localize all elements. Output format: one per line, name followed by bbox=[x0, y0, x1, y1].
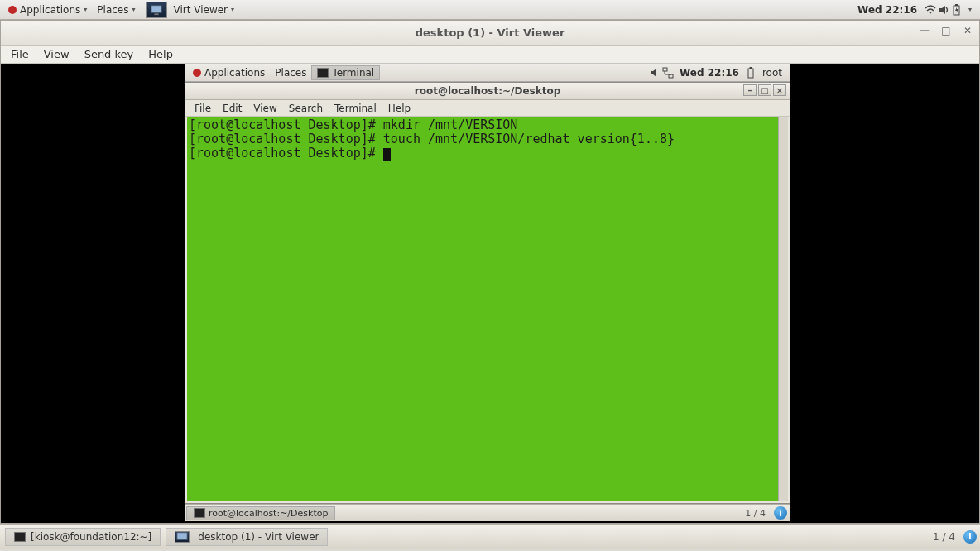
chevron-down-icon: ▾ bbox=[231, 6, 234, 13]
host-taskbar-label-2: desktop (1) - Virt Viewer bbox=[198, 531, 319, 543]
terminal-text-area[interactable]: [root@localhost Desktop]# mkdir /mnt/VER… bbox=[187, 117, 778, 501]
svg-rect-3 bbox=[955, 4, 958, 6]
battery-icon[interactable] bbox=[950, 3, 963, 17]
host-bottom-panel: [kiosk@foundation12:~] desktop (1) - Vir… bbox=[0, 524, 980, 549]
menu-view[interactable]: View bbox=[37, 46, 76, 62]
terminal-menu-file[interactable]: File bbox=[189, 101, 217, 116]
svg-rect-1 bbox=[154, 13, 158, 15]
guest-active-app-label: Terminal bbox=[332, 67, 374, 79]
terminal-window-controls: – □ × bbox=[743, 84, 786, 96]
host-taskbar-item-2[interactable]: desktop (1) - Virt Viewer bbox=[166, 528, 328, 546]
volume-icon[interactable] bbox=[937, 3, 950, 17]
host-workspace-pager[interactable]: 1 / 4 bbox=[928, 531, 960, 543]
guest-top-panel: Applications Places Terminal Wed 22:16 r… bbox=[185, 64, 790, 82]
host-active-app-label: Virt Viewer bbox=[174, 4, 228, 16]
guest-taskbar-label: root@localhost:~/Desktop bbox=[209, 508, 328, 519]
terminal-icon bbox=[194, 508, 205, 518]
terminal-titlebar[interactable]: root@localhost:~/Desktop – □ × bbox=[185, 83, 790, 100]
terminal-window: root@localhost:~/Desktop – □ × File Edit… bbox=[185, 82, 790, 504]
host-applications-menu[interactable]: Applications ▾ bbox=[3, 2, 92, 17]
virt-viewer-icon bbox=[175, 531, 190, 543]
guest-notification-icon[interactable]: i bbox=[774, 506, 787, 520]
terminal-icon bbox=[14, 532, 26, 542]
guest-taskbar-item[interactable]: root@localhost:~/Desktop bbox=[186, 506, 335, 520]
host-taskbar-item-1[interactable]: [kiosk@foundation12:~] bbox=[5, 528, 161, 546]
minimize-button[interactable]: — bbox=[918, 24, 931, 37]
virt-viewer-menubar: File View Send key Help bbox=[1, 46, 979, 64]
terminal-menu-terminal[interactable]: Terminal bbox=[329, 101, 382, 116]
guest-user-menu[interactable]: root bbox=[757, 65, 787, 80]
menu-sendkey[interactable]: Send key bbox=[78, 46, 141, 62]
virt-viewer-title: desktop (1) - Virt Viewer bbox=[416, 26, 565, 39]
chevron-down-icon: ▾ bbox=[132, 6, 135, 13]
host-notification-icon[interactable]: i bbox=[963, 530, 977, 544]
terminal-close-button[interactable]: × bbox=[773, 84, 786, 96]
terminal-menu-edit[interactable]: Edit bbox=[217, 101, 247, 116]
svg-rect-7 bbox=[749, 67, 752, 69]
guest-active-app[interactable]: Terminal bbox=[311, 65, 380, 80]
guest-volume-icon[interactable] bbox=[648, 66, 661, 79]
guest-clock[interactable]: Wed 22:16 bbox=[675, 65, 744, 80]
redhat-icon bbox=[8, 6, 17, 14]
host-clock[interactable]: Wed 22:16 bbox=[851, 4, 924, 16]
terminal-scrollbar[interactable] bbox=[778, 117, 788, 501]
virt-viewer-icon bbox=[146, 2, 167, 18]
svg-rect-0 bbox=[151, 5, 161, 12]
guest-network-icon[interactable] bbox=[661, 66, 675, 79]
chevron-down-icon: ▾ bbox=[84, 6, 87, 13]
guest-workspace-pager[interactable]: 1 / 4 bbox=[740, 508, 771, 519]
guest-applications-menu[interactable]: Applications bbox=[188, 65, 270, 80]
terminal-menu-view[interactable]: View bbox=[247, 101, 282, 116]
terminal-menu-help[interactable]: Help bbox=[382, 101, 416, 116]
svg-rect-6 bbox=[748, 69, 753, 78]
guest-bottom-panel: root@localhost:~/Desktop 1 / 4 i bbox=[185, 504, 790, 521]
host-top-panel: Applications ▾ Places ▾ Virt Viewer ▾ We… bbox=[0, 0, 980, 20]
terminal-menubar: File Edit View Search Terminal Help bbox=[185, 100, 790, 117]
guest-desktop: Applications Places Terminal Wed 22:16 r… bbox=[185, 64, 790, 521]
host-places-menu[interactable]: Places ▾ bbox=[92, 2, 140, 17]
menu-help[interactable]: Help bbox=[142, 46, 180, 62]
terminal-minimize-button[interactable]: – bbox=[743, 84, 757, 96]
wifi-icon[interactable] bbox=[924, 3, 937, 17]
host-taskbar-label-1: [kiosk@foundation12:~] bbox=[31, 531, 151, 543]
guest-display[interactable]: Applications Places Terminal Wed 22:16 r… bbox=[1, 64, 979, 523]
host-applications-label: Applications bbox=[20, 4, 80, 16]
close-button[interactable]: ✕ bbox=[961, 24, 974, 37]
terminal-icon bbox=[317, 68, 329, 78]
maximize-button[interactable]: □ bbox=[939, 24, 953, 37]
window-controls: — □ ✕ bbox=[918, 24, 974, 37]
host-active-app[interactable]: Virt Viewer ▾ bbox=[141, 0, 240, 20]
redhat-icon bbox=[193, 69, 201, 77]
guest-places-menu[interactable]: Places bbox=[270, 65, 311, 80]
svg-rect-4 bbox=[663, 68, 667, 71]
terminal-title: root@localhost:~/Desktop bbox=[415, 85, 561, 97]
terminal-maximize-button[interactable]: □ bbox=[758, 84, 771, 96]
guest-battery-icon[interactable] bbox=[744, 66, 757, 79]
svg-rect-5 bbox=[669, 74, 673, 78]
guest-places-label: Places bbox=[275, 67, 306, 79]
host-places-label: Places bbox=[97, 4, 128, 16]
terminal-menu-search[interactable]: Search bbox=[283, 101, 329, 116]
virt-viewer-titlebar[interactable]: desktop (1) - Virt Viewer — □ ✕ bbox=[1, 21, 979, 46]
guest-applications-label: Applications bbox=[204, 67, 265, 79]
virt-viewer-window: desktop (1) - Virt Viewer — □ ✕ File Vie… bbox=[0, 20, 980, 524]
terminal-body[interactable]: [root@localhost Desktop]# mkdir /mnt/VER… bbox=[187, 117, 788, 501]
menu-file[interactable]: File bbox=[4, 46, 36, 62]
svg-rect-8 bbox=[177, 532, 187, 539]
shutdown-icon[interactable]: ▾ bbox=[963, 3, 977, 17]
